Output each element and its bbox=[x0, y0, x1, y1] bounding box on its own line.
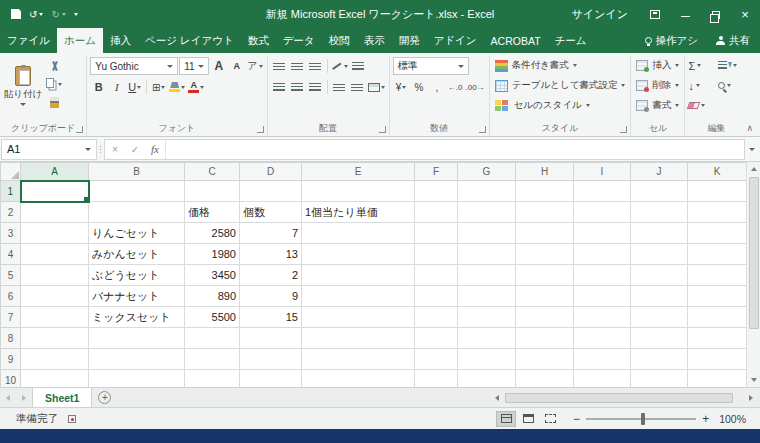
fill-color-button[interactable] bbox=[168, 79, 186, 96]
macro-record-button[interactable] bbox=[68, 415, 76, 423]
cell-F6[interactable] bbox=[415, 286, 458, 307]
cell-K4[interactable] bbox=[688, 244, 747, 265]
cell-E2[interactable]: 1個当たり単価 bbox=[302, 202, 415, 223]
select-all-button[interactable] bbox=[1, 163, 21, 181]
cell-H8[interactable] bbox=[516, 328, 574, 349]
ribbon-tab-ページ レイアウト[interactable]: ページ レイアウト bbox=[138, 28, 241, 53]
cell-E1[interactable] bbox=[302, 181, 415, 202]
wrap-text-button[interactable] bbox=[350, 58, 367, 75]
column-header-K[interactable]: K bbox=[688, 163, 747, 181]
cell-J1[interactable] bbox=[631, 181, 688, 202]
grow-font-button[interactable]: A bbox=[210, 58, 227, 75]
cell-F7[interactable] bbox=[415, 307, 458, 328]
cell-I3[interactable] bbox=[574, 223, 631, 244]
phonetic-guide-button[interactable]: ア bbox=[246, 58, 263, 75]
zoom-level[interactable]: 100% bbox=[715, 413, 760, 425]
close-button[interactable]: × bbox=[730, 0, 760, 28]
decrease-decimal-button[interactable]: .00→ bbox=[465, 79, 486, 96]
cell-H1[interactable] bbox=[516, 181, 574, 202]
cell-B10[interactable] bbox=[89, 370, 185, 388]
sort-filter-button[interactable] bbox=[718, 61, 744, 70]
conditional-formatting-button[interactable]: 条件付き書式 bbox=[493, 56, 628, 75]
cell-H4[interactable] bbox=[516, 244, 574, 265]
tell-me-button[interactable]: 操作アシ bbox=[637, 28, 707, 53]
ribbon-tab-表示[interactable]: 表示 bbox=[357, 28, 392, 53]
cell-J10[interactable] bbox=[631, 370, 688, 388]
page-break-view-button[interactable] bbox=[540, 411, 560, 427]
cell-C4[interactable]: 1980 bbox=[185, 244, 240, 265]
cell-F2[interactable] bbox=[415, 202, 458, 223]
new-sheet-button[interactable]: + bbox=[98, 391, 111, 404]
column-header-C[interactable]: C bbox=[185, 163, 240, 181]
align-top-button[interactable] bbox=[271, 58, 288, 75]
cell-I5[interactable] bbox=[574, 265, 631, 286]
cell-G9[interactable] bbox=[458, 349, 516, 370]
column-header-G[interactable]: G bbox=[458, 163, 516, 181]
cell-B3[interactable]: りんごセット bbox=[89, 223, 185, 244]
column-header-J[interactable]: J bbox=[631, 163, 688, 181]
formula-input[interactable] bbox=[165, 139, 745, 160]
fill-button[interactable]: ↓ bbox=[688, 80, 714, 92]
cell-I2[interactable] bbox=[574, 202, 631, 223]
font-color-button[interactable]: A bbox=[187, 79, 205, 96]
cell-E7[interactable] bbox=[302, 307, 415, 328]
cell-J9[interactable] bbox=[631, 349, 688, 370]
share-button[interactable]: 共有 bbox=[706, 28, 760, 53]
customize-qat-button[interactable] bbox=[71, 11, 81, 18]
cell-A9[interactable] bbox=[21, 349, 89, 370]
save-button[interactable] bbox=[8, 7, 24, 21]
cell-H10[interactable] bbox=[516, 370, 574, 388]
cell-G5[interactable] bbox=[458, 265, 516, 286]
cell-B7[interactable]: ミックスセット bbox=[89, 307, 185, 328]
decrease-indent-button[interactable] bbox=[331, 79, 348, 96]
ribbon-tab-数式[interactable]: 数式 bbox=[241, 28, 276, 53]
format-painter-button[interactable] bbox=[45, 94, 63, 111]
cell-I10[interactable] bbox=[574, 370, 631, 388]
cell-B5[interactable]: ぶどうセット bbox=[89, 265, 185, 286]
cell-G3[interactable] bbox=[458, 223, 516, 244]
cell-C9[interactable] bbox=[185, 349, 240, 370]
cell-H7[interactable] bbox=[516, 307, 574, 328]
cell-G10[interactable] bbox=[458, 370, 516, 388]
row-header-9[interactable]: 9 bbox=[1, 349, 21, 370]
delete-cells-button[interactable]: 削除 bbox=[634, 76, 681, 95]
cell-C2[interactable]: 価格 bbox=[185, 202, 240, 223]
cell-K9[interactable] bbox=[688, 349, 747, 370]
cell-J8[interactable] bbox=[631, 328, 688, 349]
cell-A8[interactable] bbox=[21, 328, 89, 349]
ribbon-tab-チーム[interactable]: チーム bbox=[548, 28, 594, 53]
sheet-nav-right-button[interactable] bbox=[16, 388, 32, 407]
cell-J4[interactable] bbox=[631, 244, 688, 265]
cancel-entry-button[interactable]: × bbox=[105, 144, 125, 155]
cell-K8[interactable] bbox=[688, 328, 747, 349]
align-bottom-button[interactable] bbox=[307, 58, 324, 75]
cell-K5[interactable] bbox=[688, 265, 747, 286]
cell-A10[interactable] bbox=[21, 370, 89, 388]
ribbon-tab-ホーム[interactable]: ホーム bbox=[57, 28, 103, 53]
insert-function-button[interactable]: fx bbox=[145, 143, 165, 155]
cell-G2[interactable] bbox=[458, 202, 516, 223]
cell-C6[interactable]: 890 bbox=[185, 286, 240, 307]
normal-view-button[interactable] bbox=[496, 411, 516, 427]
scroll-left-button[interactable] bbox=[490, 391, 504, 405]
cell-F9[interactable] bbox=[415, 349, 458, 370]
cell-H5[interactable] bbox=[516, 265, 574, 286]
ribbon-tab-挿入[interactable]: 挿入 bbox=[103, 28, 138, 53]
cut-button[interactable] bbox=[45, 58, 63, 75]
italic-button[interactable]: I bbox=[108, 79, 125, 96]
increase-indent-button[interactable] bbox=[349, 79, 366, 96]
number-dialog-launcher[interactable] bbox=[479, 126, 486, 133]
underline-button[interactable]: U bbox=[126, 79, 143, 96]
row-header-8[interactable]: 8 bbox=[1, 328, 21, 349]
cell-J6[interactable] bbox=[631, 286, 688, 307]
collapse-ribbon-button[interactable]: ∧ bbox=[746, 123, 753, 133]
ribbon-tab-アドイン[interactable]: アドイン bbox=[427, 28, 484, 53]
row-header-5[interactable]: 5 bbox=[1, 265, 21, 286]
redo-button[interactable]: ↻ bbox=[48, 7, 68, 22]
scroll-down-button[interactable] bbox=[747, 373, 760, 387]
cell-B6[interactable]: バナナセット bbox=[89, 286, 185, 307]
cell-K1[interactable] bbox=[688, 181, 747, 202]
column-header-E[interactable]: E bbox=[302, 163, 415, 181]
zoom-slider-thumb[interactable] bbox=[641, 413, 645, 425]
cell-E9[interactable] bbox=[302, 349, 415, 370]
